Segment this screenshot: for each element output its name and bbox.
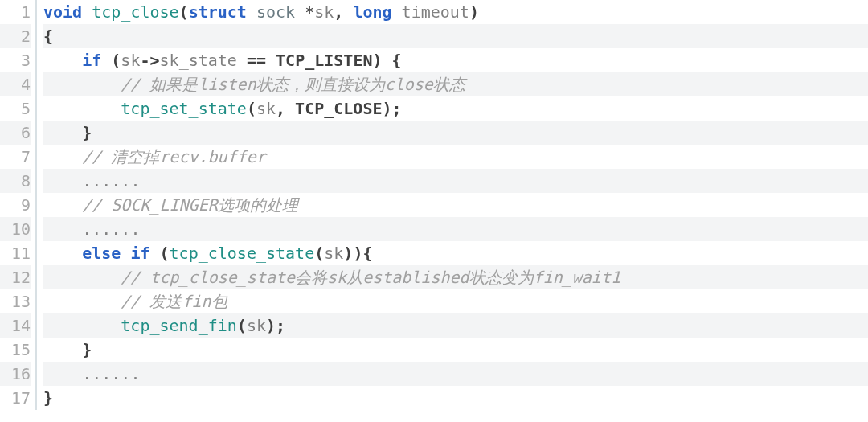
line-number: 14 bbox=[0, 313, 31, 338]
line-number-gutter: 1234567891011121314151617 bbox=[0, 0, 37, 410]
token: ( bbox=[247, 99, 256, 118]
line-number: 10 bbox=[0, 217, 31, 241]
indent bbox=[43, 123, 82, 142]
token: , bbox=[334, 2, 353, 22]
token: , bbox=[276, 99, 295, 118]
code-line: // tcp_close_state会将sk从established状态变为fi… bbox=[43, 265, 868, 289]
token: ); bbox=[266, 316, 285, 335]
token: ( bbox=[314, 244, 324, 263]
code-line: tcp_set_state(sk, TCP_CLOSE); bbox=[43, 96, 868, 121]
token: if bbox=[82, 51, 101, 70]
code-line: if (sk->sk_state == TCP_LISTEN) { bbox=[43, 48, 868, 72]
token: ...... bbox=[82, 219, 140, 239]
token: sk bbox=[121, 51, 140, 70]
indent bbox=[43, 364, 82, 383]
token: // tcp_close_state会将sk从established状态变为fi… bbox=[121, 268, 620, 287]
token: // SOCK_LINGER选项的处理 bbox=[82, 195, 298, 215]
indent bbox=[43, 340, 82, 359]
token: ) { bbox=[372, 51, 401, 70]
line-number: 16 bbox=[0, 362, 31, 386]
token: long bbox=[353, 2, 391, 22]
indent bbox=[43, 147, 82, 166]
code-line: // SOCK_LINGER选项的处理 bbox=[43, 193, 868, 217]
token: sk bbox=[324, 244, 343, 263]
indent bbox=[43, 316, 121, 335]
line-number: 15 bbox=[0, 338, 31, 362]
line-number: 5 bbox=[0, 96, 31, 121]
code-line: void tcp_close(struct sock *sk, long tim… bbox=[43, 0, 868, 24]
token: sk bbox=[314, 2, 334, 22]
code-line: tcp_send_fin(sk); bbox=[43, 313, 868, 338]
token: // 清空掉recv.buffer bbox=[82, 147, 266, 166]
token bbox=[295, 2, 305, 22]
token: -> bbox=[140, 51, 159, 70]
token: } bbox=[43, 388, 53, 408]
token: sk bbox=[256, 99, 276, 118]
line-number: 6 bbox=[0, 121, 31, 145]
code-editor: 1234567891011121314151617 void tcp_close… bbox=[0, 0, 868, 410]
line-number: 12 bbox=[0, 265, 31, 289]
code-line: ...... bbox=[43, 217, 868, 241]
token: TCP_LISTEN bbox=[276, 51, 372, 70]
token bbox=[121, 244, 130, 263]
line-number: 13 bbox=[0, 289, 31, 313]
indent bbox=[43, 195, 82, 215]
line-number: 11 bbox=[0, 241, 31, 265]
token bbox=[247, 2, 256, 22]
token: struct bbox=[189, 2, 247, 22]
token: tcp_send_fin bbox=[121, 316, 237, 335]
token: ( bbox=[101, 51, 121, 70]
token: ); bbox=[382, 99, 401, 118]
token: sk bbox=[247, 316, 266, 335]
code-line: ...... bbox=[43, 169, 868, 193]
indent bbox=[43, 244, 82, 263]
token: TCP_CLOSE bbox=[295, 99, 382, 118]
indent bbox=[43, 99, 121, 118]
code-line: } bbox=[43, 121, 868, 145]
token: if bbox=[130, 244, 149, 263]
token: * bbox=[305, 2, 314, 22]
code-line: } bbox=[43, 386, 868, 410]
line-number: 2 bbox=[0, 24, 31, 48]
line-number: 1 bbox=[0, 0, 31, 24]
token: )){ bbox=[343, 244, 372, 263]
token: timeout bbox=[402, 2, 469, 22]
code-line: } bbox=[43, 338, 868, 362]
indent bbox=[43, 75, 121, 94]
token: sk_state bbox=[160, 51, 237, 70]
token: sock bbox=[256, 2, 295, 22]
line-number: 8 bbox=[0, 169, 31, 193]
token: ...... bbox=[82, 364, 140, 383]
line-number: 17 bbox=[0, 386, 31, 410]
token bbox=[392, 2, 402, 22]
code-line: // 发送fin包 bbox=[43, 289, 868, 313]
token: tcp_set_state bbox=[121, 99, 247, 118]
token: { bbox=[43, 27, 53, 46]
token: // 如果是listen状态，则直接设为close状态 bbox=[121, 75, 465, 94]
token: ...... bbox=[82, 171, 140, 191]
token: ( bbox=[179, 2, 189, 22]
token: } bbox=[82, 340, 92, 359]
indent bbox=[43, 171, 82, 191]
line-number: 7 bbox=[0, 145, 31, 169]
code-line: ...... bbox=[43, 362, 868, 386]
indent bbox=[43, 292, 121, 311]
token: // 发送fin包 bbox=[121, 292, 227, 311]
indent bbox=[43, 51, 82, 70]
token: else bbox=[82, 244, 121, 263]
indent bbox=[43, 219, 82, 239]
indent bbox=[43, 268, 121, 287]
code-line: else if (tcp_close_state(sk)){ bbox=[43, 241, 868, 265]
token: tcp_close bbox=[92, 2, 178, 22]
token: ( bbox=[237, 316, 247, 335]
token: } bbox=[82, 123, 92, 142]
token: tcp_close_state bbox=[170, 244, 315, 263]
line-number: 9 bbox=[0, 193, 31, 217]
code-area: void tcp_close(struct sock *sk, long tim… bbox=[37, 0, 868, 410]
token bbox=[82, 2, 92, 22]
code-line: // 清空掉recv.buffer bbox=[43, 145, 868, 169]
code-line: // 如果是listen状态，则直接设为close状态 bbox=[43, 72, 868, 96]
token: == bbox=[237, 51, 276, 70]
token: void bbox=[43, 2, 82, 22]
token: ) bbox=[469, 2, 479, 22]
